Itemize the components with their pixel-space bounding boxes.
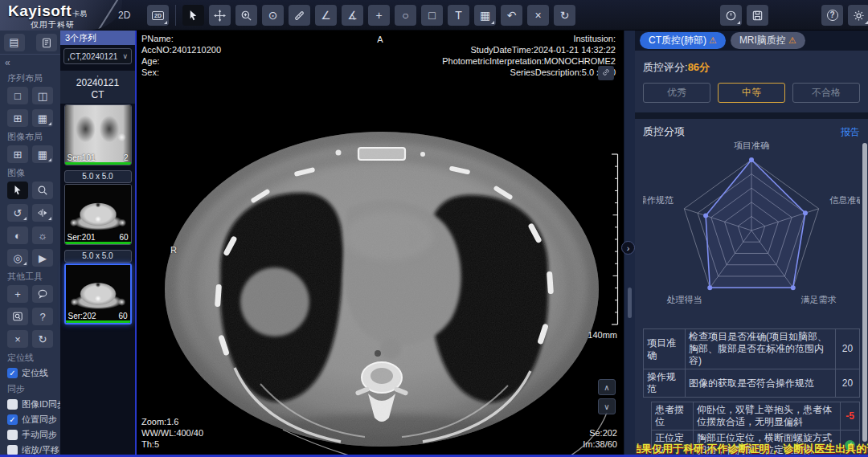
collapse-sidebar-button[interactable]: « bbox=[0, 55, 60, 68]
series-layout-2x2-button[interactable]: ⊞ bbox=[7, 109, 28, 127]
delete-all-tool-button[interactable]: × bbox=[7, 330, 28, 348]
image-invert-button[interactable]: ◐ bbox=[7, 226, 28, 244]
series-browser-button[interactable]: ▤ bbox=[4, 34, 25, 51]
comment-tool-button[interactable] bbox=[32, 285, 53, 303]
splitter-scrollbar[interactable] bbox=[628, 288, 632, 318]
checkbox-position-sync[interactable]: ✓位置同步 bbox=[7, 414, 53, 426]
app-logo: Kayisoft卡易 仅用于科研 bbox=[0, 0, 122, 31]
help-icon: ? bbox=[827, 10, 838, 21]
image-layout-2x2-button[interactable]: ⊞ bbox=[7, 145, 28, 163]
series-layout-1x1-button[interactable]: □ bbox=[7, 87, 28, 104]
rect-roi-tool-button[interactable]: □ bbox=[421, 5, 443, 26]
series-grid-icon: ▦ bbox=[480, 10, 490, 21]
series-number-label: Ser:201 bbox=[68, 233, 96, 242]
layout-3x3-icon: ▦ bbox=[38, 113, 47, 124]
section-title: 图像布局 bbox=[7, 131, 53, 143]
eraser-tool-button[interactable]: ? bbox=[32, 308, 53, 325]
patient-info-overlay: PName:AccNO:2401210200Age:Sex: bbox=[141, 33, 221, 78]
series-layout-1x2-button[interactable]: ◫ bbox=[32, 87, 53, 104]
disclaimer-marquee: 结果仅用于科研,不作诊断证明， 诊断以医生出具的诊断 bbox=[637, 442, 868, 455]
series-thumbnail-ser-101[interactable]: Ser:1012 bbox=[64, 104, 132, 165]
checkbox-manual-sync[interactable]: 手动同步 bbox=[7, 429, 53, 441]
series-thumbnail-ser-202[interactable]: Ser:20260 bbox=[64, 263, 132, 324]
checkbox-locator-line[interactable]: ✓定位线 bbox=[7, 367, 53, 379]
reset-tool-button[interactable]: ↻ bbox=[554, 5, 575, 26]
tab-label: CT质控(肺部) bbox=[649, 34, 706, 47]
image-viewport[interactable]: PName:AccNO:2401210200Age:Sex: A Institu… bbox=[135, 31, 624, 455]
image-layout-grid-button[interactable]: ▦ bbox=[32, 145, 53, 163]
qc-item-score: 20 bbox=[836, 369, 860, 398]
add-tool-button[interactable]: + bbox=[7, 285, 28, 303]
delete-annotation-tool-button[interactable]: × bbox=[527, 5, 549, 26]
sidebar-top-tools: ▤ bbox=[0, 31, 60, 55]
panel-scrollbar[interactable] bbox=[862, 143, 867, 442]
reset-image-tool-button[interactable]: ↻ bbox=[32, 330, 53, 348]
next-image-button[interactable]: ∨ bbox=[598, 398, 616, 414]
pan-tool-button[interactable] bbox=[209, 5, 231, 26]
magnify-region-tool-button[interactable] bbox=[7, 308, 28, 325]
study-group-label: , 20240121 CT bbox=[60, 71, 135, 104]
qc-item-description: 检查项目是否准确(项目如脑部、胸部、腹部是否在标准的范围内容) bbox=[686, 329, 836, 369]
zoom-window-overlay: Zoom:1.6WW/WL:400/40Th:5 bbox=[141, 416, 203, 450]
cine-play-button[interactable]: ▶ bbox=[32, 249, 53, 267]
save-button[interactable] bbox=[747, 5, 768, 26]
angle-icon: ∠ bbox=[321, 10, 331, 21]
cobb-angle-tool-button[interactable]: ∡ bbox=[342, 5, 363, 26]
image-flip-button[interactable] bbox=[32, 204, 53, 222]
grade-fail-button[interactable]: 不合格 bbox=[792, 83, 860, 103]
series-layout-grid-button[interactable]: ▦ bbox=[32, 109, 53, 127]
checkbox-label: 位置同步 bbox=[22, 414, 57, 426]
research-note: 仅用于科研 bbox=[31, 19, 75, 31]
tab-mri-brain-qc[interactable]: MRI脑质控⚠ bbox=[731, 32, 805, 49]
qc-main-table: 项目准确检查项目是否准确(项目如脑部、胸部、腹部是否在标准的范围内容)20操作规… bbox=[643, 328, 860, 398]
measure-length-tool-button[interactable] bbox=[289, 5, 310, 26]
wwwl-presets-button[interactable]: ◎ bbox=[7, 249, 28, 267]
report-panel-button[interactable] bbox=[36, 34, 57, 51]
image-rotate-button[interactable]: ↺ bbox=[7, 204, 28, 222]
study-select-dropdown[interactable]: ,CT,20240121 ∨ bbox=[63, 48, 132, 64]
previous-image-button[interactable]: ∧ bbox=[598, 379, 616, 395]
image-magnify-button[interactable] bbox=[32, 182, 53, 199]
save-icon bbox=[751, 10, 764, 22]
unchecked-icon bbox=[7, 399, 18, 410]
tool-sidebar: ▤ « 序列布局□◫⊞▦图像布局⊞▦图像↺◐☼◎▶其他工具+?×↻ 定位线 ✓定… bbox=[0, 31, 60, 455]
link-series-button[interactable] bbox=[598, 66, 614, 80]
angle-tool-button[interactable]: ∠ bbox=[315, 5, 337, 26]
quality-control-panel: CT质控(肺部)⚠MRI脑质控⚠ 质控评分:86分 优秀中等不合格 质控分项 报… bbox=[635, 31, 868, 455]
section-title: 序列布局 bbox=[7, 72, 53, 84]
brightness-icon: ☼ bbox=[38, 231, 47, 241]
window-level-button[interactable]: ☼ bbox=[32, 226, 53, 244]
layout-2d-button[interactable]: 2D bbox=[147, 5, 169, 26]
rotate-icon: ↺ bbox=[14, 208, 23, 218]
help-button[interactable]: ? bbox=[821, 5, 843, 26]
zoom-in-tool-button[interactable] bbox=[235, 5, 257, 26]
image-grid-tool-button[interactable]: ▦ bbox=[474, 5, 496, 26]
layout-2x2-icon: ⊞ bbox=[14, 149, 23, 160]
image-select-button[interactable] bbox=[7, 182, 28, 199]
settings-button[interactable] bbox=[848, 5, 868, 26]
undo-tool-button[interactable]: ↶ bbox=[501, 5, 522, 26]
pan-icon bbox=[214, 10, 226, 22]
crosshair-icon: + bbox=[375, 10, 382, 21]
select-tool-button[interactable] bbox=[182, 5, 204, 26]
layout-2x2-icon: ⊞ bbox=[14, 113, 23, 124]
crosshair-tool-button[interactable]: + bbox=[368, 5, 390, 26]
ellipse-roi-tool-button[interactable]: ○ bbox=[395, 5, 416, 26]
text-annotation-tool-button[interactable]: T bbox=[448, 5, 469, 26]
reset-icon: ↻ bbox=[560, 10, 570, 21]
flip-icon bbox=[37, 207, 48, 218]
undo-icon: ↶ bbox=[507, 10, 517, 21]
report-link[interactable]: 报告 bbox=[841, 125, 860, 139]
playback-icon bbox=[725, 10, 737, 22]
overlay-line: Zoom:1.6 bbox=[141, 416, 203, 427]
expand-panel-button[interactable]: › bbox=[621, 241, 635, 255]
table-row: 患者摆位仰卧位，双臂上举抱头，患者体位摆放合适，无明显偏斜-5 bbox=[652, 402, 860, 430]
tab-ct-lung-qc[interactable]: CT质控(肺部)⚠ bbox=[640, 32, 726, 49]
series-thumbnail-ser-201[interactable]: Ser:20160 bbox=[64, 184, 132, 245]
checkbox-image-id-sync[interactable]: 图像ID同步 bbox=[7, 398, 53, 410]
probe-tool-button[interactable]: ⊙ bbox=[262, 5, 284, 26]
grade-medium-button[interactable]: 中等 bbox=[718, 83, 785, 103]
warning-icon: ⚠ bbox=[788, 35, 796, 46]
playback-button[interactable] bbox=[720, 5, 742, 26]
grade-excellent-button[interactable]: 优秀 bbox=[643, 83, 710, 103]
